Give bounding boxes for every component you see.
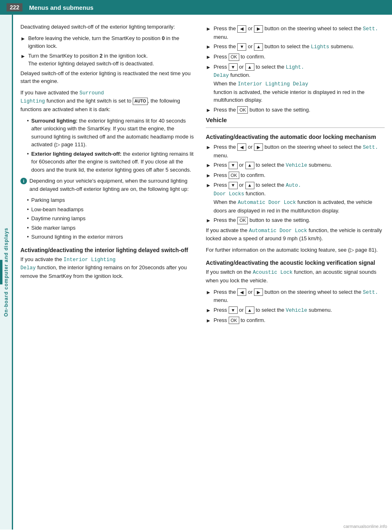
arrow-icon: ► — [20, 35, 26, 43]
item-text: Surround lighting in the exterior mirror… — [31, 233, 123, 241]
step-item: ► Turn the SmartKey to position 2 in the… — [20, 52, 196, 68]
step-item: ► Press the OK button to save the settin… — [206, 106, 385, 114]
right-btn: ▶ — [254, 288, 263, 296]
page-number: 222 — [7, 3, 22, 11]
list-item: • Surround lighting in the exterior mirr… — [27, 233, 196, 241]
left-column: Deactivating delayed switch-off of the e… — [20, 23, 196, 521]
step-item: ► Press ▼ or ▲ to select the Vehicle sub… — [206, 161, 385, 170]
list-item: • Side marker lamps — [27, 224, 196, 232]
bullet-icon: • — [27, 206, 29, 214]
sett-mono: Sett. — [363, 145, 378, 150]
arrow-icon: ► — [206, 288, 211, 297]
lights-mono: Lights — [311, 44, 329, 50]
step-text: Before leaving the vehicle, turn the Sma… — [28, 34, 196, 50]
up-btn: ▲ — [245, 306, 254, 314]
step-text: Press the OK button to save the setting. — [214, 106, 310, 114]
step-item: ► Press the ◀ or ▶ button on the steerin… — [206, 143, 385, 159]
acoustic-steps: ► Press the ◀ or ▶ button on the steerin… — [206, 288, 385, 325]
step-item: ► Press OK to confirm. — [206, 316, 385, 325]
page-layout: On-board computer and displays Deactivat… — [0, 15, 392, 530]
acoustic-lock-mono: Acoustic Lock — [253, 270, 293, 275]
auto-door-steps: ► Press the ◀ or ▶ button on the steerin… — [206, 143, 385, 225]
dot-item: • Surround lighting: the exterior lighti… — [27, 117, 196, 149]
ok-btn: OK — [229, 317, 239, 324]
step-item: ► Press ▼ or ▲ to select the Vehicle sub… — [206, 306, 385, 315]
step-item: ► Press the ◀ or ▶ button on the steerin… — [206, 288, 385, 304]
list-item: • Daytime running lamps — [27, 215, 196, 223]
acoustic-heading: Activating/deactivating the acoustic loc… — [206, 259, 385, 267]
step-text: Press OK to confirm. — [214, 316, 265, 324]
step-text: Press ▼ or ▲ to select the Auto.Door Loc… — [214, 181, 385, 215]
dot-item: • Exterior lighting delayed switch-off: … — [27, 150, 196, 174]
list-item: • Low-beam headlamps — [27, 206, 196, 214]
up-btn: ▲ — [245, 182, 254, 189]
arrow-icon: ► — [206, 143, 211, 152]
auto-door-locks-mono: Auto.Door Locks — [214, 183, 301, 197]
dot-text: Surround lighting: the exterior lighting… — [31, 117, 196, 149]
surround-note: If you have activated the SurroundLighti… — [20, 89, 196, 114]
acoustic-intro: If you switch on the Acoustic Lock funct… — [206, 268, 385, 284]
step-text: Press the ◀ or ▶ button on the steering … — [214, 143, 385, 159]
auto-button: AUTO — [133, 98, 147, 105]
down-btn: ▼ — [229, 162, 238, 169]
auto-lock-note: If you activate the Automatic Door Lock … — [206, 226, 385, 243]
arrow-icon: ► — [206, 306, 211, 315]
interior-section-heading: Activating/deactivating the interior lig… — [20, 246, 196, 255]
bullet-icon: • — [27, 150, 29, 158]
delayed-info: Delayed switch-off of the exterior light… — [20, 69, 196, 85]
header-bar: 222 Menus and submenus — [0, 0, 392, 15]
auto-door-lock-mono: Automatic Door Lock — [238, 200, 296, 206]
arrow-icon: ► — [206, 181, 211, 190]
bullet-icon: • — [27, 224, 29, 232]
step-text: Press OK to confirm. — [214, 53, 265, 61]
arrow-icon: ► — [206, 63, 211, 72]
vehicle-mono2: Vehicle — [286, 308, 307, 313]
list-item: • Parking lamps — [27, 196, 196, 204]
sidebar: On-board computer and displays — [0, 15, 13, 530]
step-text: Press the OK button to save the setting. — [214, 216, 310, 224]
info-box: i Depending on your vehicle's equipment,… — [20, 177, 196, 193]
left-btn: ◀ — [237, 143, 246, 151]
step-text: Press OK to confirm. — [214, 171, 265, 179]
sett-mono: Sett. — [363, 290, 378, 295]
main-content: Deactivating delayed switch-off of the e… — [13, 15, 392, 530]
sett-mono: Sett. — [363, 26, 378, 32]
arrow-icon: ► — [206, 43, 211, 51]
auto-door-heading: Activating/deactivating the automatic do… — [206, 133, 385, 141]
ok-btn: OK — [229, 54, 239, 61]
ok-btn: OK — [237, 106, 248, 114]
left-btn: ◀ — [237, 25, 246, 33]
step-text: Press the ▼ or ▲ button to select the Li… — [214, 42, 354, 51]
light-delay-mono: Light.Delay — [214, 65, 304, 79]
down-btn: ▼ — [229, 63, 238, 71]
item-text: Side marker lamps — [31, 224, 76, 232]
up-btn: ▲ — [245, 63, 254, 71]
step-text: Press the ◀ or ▶ button on the steering … — [214, 25, 385, 41]
down-btn: ▼ — [237, 43, 246, 51]
left-btn: ◀ — [237, 288, 246, 296]
right-btn: ▶ — [254, 143, 263, 151]
dot-list: • Surround lighting: the exterior lighti… — [27, 117, 196, 174]
sidebar-label: On-board computer and displays — [3, 228, 9, 317]
item-text: Low-beam headlamps — [31, 206, 84, 214]
item-text: Parking lamps — [31, 196, 65, 204]
interior-lighting-delay-mono: Interior LightingDelay — [20, 257, 116, 271]
dot-text: Exterior lighting delayed switch-off: th… — [31, 150, 196, 174]
step-item: ► Press the OK button to save the settin… — [206, 216, 385, 225]
arrow-icon: ► — [20, 52, 26, 60]
sidebar-marker — [0, 260, 2, 284]
arrow-icon: ► — [206, 161, 211, 170]
up-btn: ▲ — [245, 162, 254, 169]
bullet-icon: • — [27, 196, 29, 204]
interior-intro: If you activate the Interior LightingDel… — [20, 255, 196, 280]
interior-lighting-mono: Interior Lighting Delay — [238, 81, 308, 87]
step-item: ► Press ▼ or ▲ to select the Light.Delay… — [206, 63, 385, 104]
page-credit: carmanualsonline.info — [343, 524, 387, 529]
step-item: ► Press OK to confirm. — [206, 53, 385, 61]
light-items-list: • Parking lamps • Low-beam headlamps • D… — [27, 196, 196, 241]
intro-text: Deactivating delayed switch-off of the e… — [20, 23, 196, 31]
right-steps-1: ► Press the ◀ or ▶ button on the steerin… — [206, 25, 385, 114]
surround-lighting-mono: SurroundLighting — [20, 90, 104, 105]
arrow-icon: ► — [206, 172, 211, 180]
arrow-icon: ► — [206, 217, 211, 225]
